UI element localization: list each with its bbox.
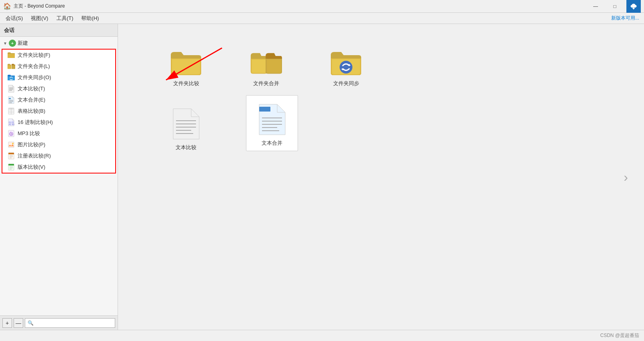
icons-row-2: 文本比较 文本合并 [166,95,644,151]
mp3-compare-icon: ♪ [7,130,15,138]
menu-session[interactable]: 会话(S) [2,13,27,24]
text-merge-large-icon [257,104,287,136]
folder-sync-icon [7,74,15,82]
icon-folder-compare[interactable]: 文件夹比较 [166,48,206,87]
add-session-button[interactable]: + [2,318,12,328]
bottom-bar: CSDN @蛋超番茄 [0,330,644,341]
menubar: 会话(S) 视图(V) 工具(T) 帮助(H) 新版本可用... [0,13,644,24]
svg-point-32 [340,61,352,74]
tree-item-label: 图片比较(P) [18,141,45,148]
tree-item-folder-compare[interactable]: 文件夹比较(F) [2,50,115,61]
icons-row-1: 文件夹比较 文件夹合并 [166,48,644,87]
app-icon: 🏠 [3,2,11,10]
tree-item-label: 文件夹比较(F) [18,52,50,59]
folder-sync-large-icon [330,48,362,76]
hex-compare-icon: 01 FF A2 3D [7,118,15,126]
icon-text-compare[interactable]: 文本比较 [166,108,206,151]
tree-item-reg-compare[interactable]: 注册表比较(R) [2,150,115,162]
folder-merge-large-icon [250,48,282,76]
tree-root-new[interactable]: ▼ + 新建 [0,38,118,48]
svg-rect-3 [9,98,11,99]
reg-compare-icon [7,152,15,160]
new-version-link[interactable]: 新版本可用... [611,15,642,22]
menu-view[interactable]: 视图(V) [27,13,52,24]
new-children-box: 文件夹比较(F) 文件夹合并(L) [2,49,116,173]
search-input[interactable] [35,320,112,326]
icon-folder-merge[interactable]: 文件夹合并 [246,48,286,87]
icons-grid: 文件夹比较 文件夹合并 [118,24,644,151]
sidebar-tree: ▼ + 新建 文件夹比较(F) [0,37,118,315]
svg-point-16 [11,134,12,135]
cloud-button[interactable] [626,0,641,13]
svg-rect-21 [8,153,14,154]
svg-text:A2 3D: A2 3D [9,123,14,126]
window-controls: — □ [586,0,641,13]
svg-text:♪: ♪ [10,131,11,133]
folder-compare-icon [7,51,15,59]
main-layout: 会话 ▼ + 新建 [0,24,644,330]
svg-point-19 [12,143,14,144]
folder-merge-icon [7,62,15,70]
sidebar-footer: + — 🔍 [0,315,118,330]
icon-label-folder-merge: 文件夹合并 [253,80,279,87]
folder-compare-large-icon [170,48,202,76]
maximize-button[interactable]: □ [606,0,624,12]
titlebar: 🏠 主页 - Beyond Compare — □ [0,0,644,13]
tree-item-label: 文本比较(T) [18,85,45,92]
tree-item-mp3-compare[interactable]: ♪ MP3 比较 [2,128,115,139]
tree-item-image-compare[interactable]: 图片比较(P) [2,139,115,150]
menu-tools[interactable]: 工具(T) [52,13,78,24]
icon-label-folder-sync: 文件夹同步 [333,80,359,87]
svg-rect-18 [8,142,14,148]
search-box: 🔍 [25,318,115,328]
table-compare-icon [7,107,15,115]
chevron-down-icon: ▼ [3,41,7,46]
icon-folder-sync[interactable]: 文件夹同步 [326,48,366,87]
version-compare-icon [7,163,15,171]
tree-root-label: 新建 [18,40,28,47]
tree-item-table-compare[interactable]: 表格比较(B) [2,106,115,117]
icon-label-folder-compare: 文件夹比较 [173,80,199,87]
icon-label-text-compare: 文本比较 [176,144,196,151]
menu-help[interactable]: 帮助(H) [77,13,103,24]
tree-item-label: MP3 比较 [18,130,40,137]
tree-item-label: 文件夹合并(L) [18,63,50,70]
sidebar-header: 会话 [0,24,118,37]
image-compare-icon [7,141,15,149]
tree-item-hex-compare[interactable]: 01 FF A2 3D 16 进制比较(H) [2,117,115,128]
tree-item-label: 文本合并(E) [18,96,45,104]
tree-item-label: 版本比较(V) [18,164,45,171]
text-compare-icon [7,85,15,93]
icon-text-merge[interactable]: 文本合并 [246,95,298,151]
minimize-button[interactable]: — [586,0,605,12]
next-page-button[interactable]: › [624,170,628,184]
new-icon: + [9,40,16,47]
content-area: 文件夹比较 文件夹合并 [118,24,644,330]
text-compare-large-icon [171,108,201,140]
tree-item-label: 文件夹同步(O) [18,74,51,81]
tree-item-version-compare[interactable]: 版本比较(V) [2,162,115,173]
search-icon: 🔍 [28,320,34,326]
svg-rect-40 [259,107,270,112]
remove-session-button[interactable]: — [14,318,23,328]
icon-label-text-merge: 文本合并 [262,140,282,147]
watermark-text: CSDN @蛋超番茄 [600,332,639,339]
tree-item-text-compare[interactable]: 文本比较(T) [2,83,115,94]
tree-item-label: 注册表比较(R) [18,152,51,160]
sidebar: 会话 ▼ + 新建 [0,24,118,330]
tree-item-label: 16 进制比较(H) [18,119,53,126]
tree-item-text-merge[interactable]: 文本合并(E) [2,94,115,106]
tree-item-label: 表格比较(B) [18,108,45,115]
svg-rect-26 [8,164,14,166]
window-title: 主页 - Beyond Compare [14,3,586,10]
tree-item-folder-sync[interactable]: 文件夹同步(O) [2,72,115,83]
tree-item-folder-merge[interactable]: 文件夹合并(L) [2,61,115,72]
text-merge-icon [7,96,15,104]
